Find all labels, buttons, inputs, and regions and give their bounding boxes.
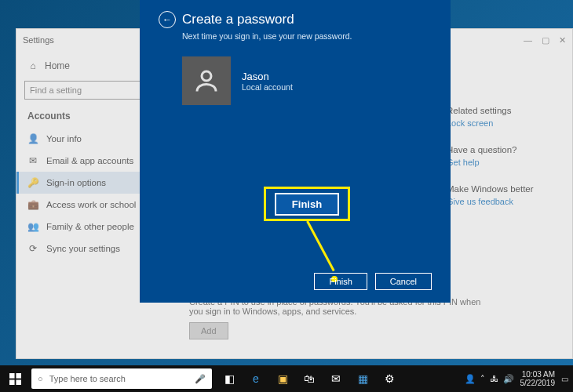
- clock[interactable]: 10:03 AM 5/22/2019: [520, 370, 556, 387]
- callout-connector: [306, 220, 334, 271]
- notifications-icon[interactable]: ▭: [561, 375, 568, 383]
- create-password-dialog: ← Create a password Next time you sign i…: [140, 0, 451, 303]
- store-icon[interactable]: 🛍: [297, 365, 322, 392]
- lock-screen-link[interactable]: Lock screen: [447, 118, 493, 128]
- sidebar-section-title: Accounts: [16, 107, 150, 128]
- start-button[interactable]: [0, 365, 30, 392]
- mic-icon[interactable]: 🎤: [195, 374, 206, 384]
- svg-rect-3: [9, 379, 15, 385]
- settings-icon[interactable]: ⚙: [377, 365, 402, 392]
- better-heading: Make Windows better: [447, 184, 557, 194]
- movies-icon[interactable]: ▦: [350, 365, 375, 392]
- dialog-title: Create a password: [182, 12, 294, 27]
- people-icon: 👥: [27, 221, 38, 232]
- edge-icon[interactable]: e: [243, 365, 268, 392]
- settings-search[interactable]: Find a setting: [24, 81, 142, 100]
- minimize-button[interactable]: —: [524, 35, 532, 45]
- windows-icon: [9, 373, 21, 385]
- pinned-apps: ◧ e ▣ 🛍 ✉ ▦ ⚙: [217, 365, 402, 392]
- add-pin-button[interactable]: Add: [189, 322, 228, 339]
- finish-button[interactable]: Finish: [314, 273, 367, 290]
- sidebar-item-sync[interactable]: ⟳Sync your settings: [16, 238, 150, 260]
- svg-point-0: [202, 71, 211, 81]
- taskbar-search[interactable]: ○ Type here to search 🎤: [31, 368, 212, 389]
- time: 10:03 AM: [520, 370, 556, 379]
- svg-rect-4: [16, 379, 21, 385]
- home-label: Home: [45, 60, 70, 71]
- home-nav[interactable]: ⌂ Home: [16, 56, 150, 76]
- taskbar: ○ Type here to search 🎤 ◧ e ▣ 🛍 ✉ ▦ ⚙ 👤 …: [0, 365, 573, 392]
- svg-rect-2: [16, 373, 21, 379]
- get-help-link[interactable]: Get help: [447, 158, 480, 167]
- search-placeholder: Find a setting: [30, 85, 82, 95]
- dialog-subtitle: Next time you sign in, use your new pass…: [182, 31, 432, 41]
- person-icon: 👤: [27, 133, 38, 144]
- dialog-buttons: Finish Cancel: [314, 273, 432, 290]
- briefcase-icon: 💼: [27, 199, 38, 210]
- network-icon[interactable]: 🖧: [490, 374, 498, 384]
- cancel-button[interactable]: Cancel: [375, 273, 432, 290]
- user-type: Local account: [242, 82, 293, 92]
- avatar: [182, 56, 231, 105]
- mail-icon[interactable]: ✉: [323, 365, 349, 392]
- sidebar-item-email[interactable]: ✉Email & app accounts: [16, 150, 150, 172]
- sidebar-item-family[interactable]: 👥Family & other people: [16, 216, 150, 238]
- date: 5/22/2019: [520, 379, 556, 387]
- window-title: Settings: [23, 35, 54, 45]
- sidebar-item-work-school[interactable]: 💼Access work or school: [16, 194, 150, 216]
- system-tray: 👤 ˄ 🖧 🔊 10:03 AM 5/22/2019 ▭: [465, 370, 574, 387]
- chevron-up-icon[interactable]: ˄: [480, 374, 485, 384]
- sidebar-item-signin[interactable]: 🔑Sign-in options: [16, 172, 150, 194]
- close-button[interactable]: ✕: [559, 35, 566, 45]
- volume-icon[interactable]: 🔊: [503, 374, 514, 384]
- file-explorer-icon[interactable]: ▣: [270, 365, 295, 392]
- taskbar-search-placeholder: Type here to search: [49, 374, 126, 383]
- user-block: Jason Local account: [182, 56, 432, 105]
- person-icon: [192, 67, 221, 95]
- back-button[interactable]: ←: [159, 11, 176, 28]
- search-icon: ○: [38, 374, 43, 383]
- people-tray-icon[interactable]: 👤: [465, 374, 476, 384]
- question-heading: Have a question?: [447, 145, 557, 154]
- user-name: Jason: [242, 71, 293, 82]
- finish-callout-label: Finish: [275, 193, 339, 216]
- home-icon: ⌂: [27, 60, 38, 71]
- sync-icon: ⟳: [27, 243, 38, 254]
- dialog-header: ← Create a password: [159, 11, 432, 28]
- svg-rect-1: [9, 373, 15, 379]
- finish-callout: Finish: [264, 187, 350, 221]
- right-panel: Related settings Lock screen Have a ques…: [447, 106, 557, 223]
- settings-sidebar: ⌂ Home Find a setting Accounts 👤Your inf…: [16, 51, 150, 358]
- window-controls: — ▢ ✕: [524, 35, 566, 45]
- maximize-button[interactable]: ▢: [542, 35, 549, 45]
- task-view-icon[interactable]: ◧: [217, 365, 242, 392]
- related-settings-heading: Related settings: [447, 106, 557, 115]
- sidebar-item-your-info[interactable]: 👤Your info: [16, 128, 150, 150]
- mail-icon: ✉: [27, 155, 38, 166]
- feedback-link[interactable]: Give us feedback: [447, 197, 513, 206]
- pin-section: Create a PIN to use in place of password…: [189, 297, 487, 339]
- key-icon: 🔑: [27, 177, 38, 188]
